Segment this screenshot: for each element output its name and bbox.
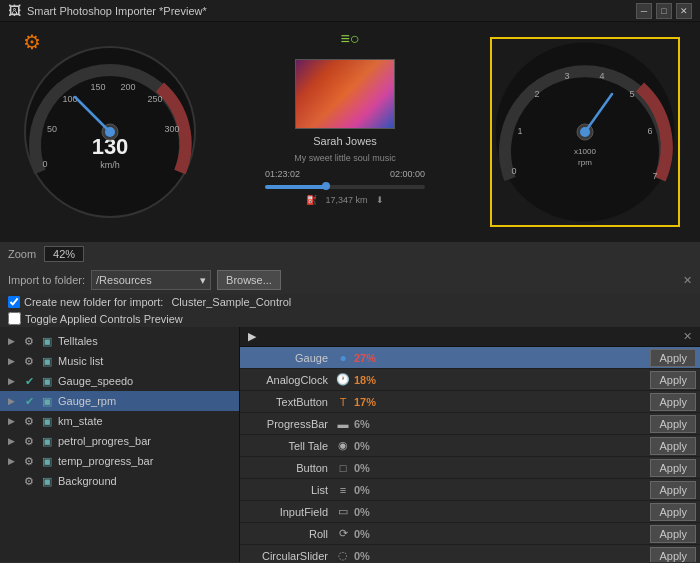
prop-percent: 0% [352,484,650,496]
time-current: 01:23:02 [265,169,300,179]
tree-item-label: petrol_progres_bar [58,435,151,447]
tree-item-petrol[interactable]: ▶ ⚙ ▣ petrol_progres_bar [0,431,239,451]
tree-item-km-state[interactable]: ▶ ⚙ ▣ km_state [0,411,239,431]
prop-row-circularslider[interactable]: CircularSlider ◌ 0% Apply [240,545,700,562]
browse-button[interactable]: Browse... [217,270,281,290]
button-icon: □ [334,459,352,477]
gear-icon: ⚙ [22,434,36,448]
prop-percent: 6% [352,418,650,430]
apply-button-list[interactable]: Apply [650,481,696,499]
apply-button-inputfield[interactable]: Apply [650,503,696,521]
props-expand-icon: ▶ [248,330,256,343]
speedometer: 0 50 100 150 200 250 300 130 km/h [20,42,200,222]
create-folder-label: Create new folder for import: [24,296,163,308]
title-bar-left: 🖼 Smart Photoshop Importer *Preview* [8,3,207,18]
svg-text:5: 5 [629,89,634,99]
create-folder-value: Cluster_Sample_Control [171,296,291,308]
prop-row-list[interactable]: List ≡ 0% Apply [240,479,700,501]
tree-arrow: ▶ [8,456,18,466]
window-title: Smart Photoshop Importer *Preview* [27,5,207,17]
prop-name: AnalogClock [244,374,334,386]
layers-icon: ▣ [40,394,54,408]
prop-name: InputField [244,506,334,518]
tree-item-telltales[interactable]: ▶ ⚙ ▣ Telltales [0,331,239,351]
svg-text:200: 200 [120,82,135,92]
toggle-preview-row[interactable]: Toggle Applied Controls Preview [0,310,700,327]
svg-text:150: 150 [90,82,105,92]
prop-row-gauge[interactable]: Gauge ● 27% Apply [240,347,700,369]
tree-item-gauge-rpm[interactable]: ▶ ✔ ▣ Gauge_rpm [0,391,239,411]
minimize-button[interactable]: ─ [636,3,652,19]
textbutton-icon: T [334,393,352,411]
apply-button-textbutton[interactable]: Apply [650,393,696,411]
roll-icon: ⟳ [334,525,352,543]
props-header: ▶ ✕ [240,327,700,347]
expand-icon: ✕ [683,274,692,287]
prop-row-telltale[interactable]: Tell Tale ◉ 0% Apply [240,435,700,457]
prop-percent: 18% [352,374,650,386]
prop-name: Tell Tale [244,440,334,452]
prop-row-textbutton[interactable]: TextButton T 17% Apply [240,391,700,413]
svg-text:0: 0 [511,166,516,176]
title-bar: 🖼 Smart Photoshop Importer *Preview* ─ □… [0,0,700,22]
prop-name: Gauge [244,352,334,364]
list-icon: ≡ [334,481,352,499]
svg-text:km/h: km/h [100,160,120,170]
prop-name: TextButton [244,396,334,408]
prop-percent: 0% [352,506,650,518]
tree-arrow: ▶ [8,376,18,386]
zoom-label: Zoom [8,248,36,260]
svg-text:6: 6 [647,126,652,136]
svg-point-26 [580,127,590,137]
create-folder-checkbox[interactable] [8,296,20,308]
prop-percent: 0% [352,462,650,474]
apply-button-progressbar[interactable]: Apply [650,415,696,433]
svg-text:0: 0 [42,159,47,169]
zoom-value[interactable]: 42% [44,246,84,262]
main-content: ▶ ⚙ ▣ Telltales ▶ ⚙ ▣ Music list ▶ ✔ ▣ G… [0,327,700,562]
folder-dropdown[interactable]: /Resources ▾ [91,270,211,290]
props-panel: ▶ ✕ Gauge ● 27% Apply AnalogClock 🕐 18% … [240,327,700,562]
prop-row-roll[interactable]: Roll ⟳ 0% Apply [240,523,700,545]
prop-row-button[interactable]: Button □ 0% Apply [240,457,700,479]
dropdown-arrow-icon: ▾ [200,274,206,287]
props-close-button[interactable]: ✕ [683,330,692,343]
apply-button-telltale[interactable]: Apply [650,437,696,455]
prop-row-inputfield[interactable]: InputField ▭ 0% Apply [240,501,700,523]
close-button[interactable]: ✕ [676,3,692,19]
svg-point-12 [105,127,115,137]
tree-item-background[interactable]: ▶ ⚙ ▣ Background [0,471,239,491]
apply-button-circularslider[interactable]: Apply [650,547,696,563]
tree-item-musiclist[interactable]: ▶ ⚙ ▣ Music list [0,351,239,371]
prop-name: Roll [244,528,334,540]
tree-arrow: ▶ [8,436,18,446]
tree-item-temp[interactable]: ▶ ⚙ ▣ temp_progress_bar [0,451,239,471]
prop-percent: 17% [352,396,650,408]
gear-icon: ⚙ [22,454,36,468]
toggle-preview-checkbox[interactable] [8,312,21,325]
layers-icon: ▣ [40,474,54,488]
tree-item-gauge-speedo[interactable]: ▶ ✔ ▣ Gauge_speedo [0,371,239,391]
apply-button-gauge[interactable]: Apply [650,349,696,367]
maximize-button[interactable]: □ [656,3,672,19]
check-icon: ✔ [22,394,36,408]
tree-item-label: Background [58,475,117,487]
prop-row-progressbar[interactable]: ProgressBar ▬ 6% Apply [240,413,700,435]
tree-item-label: Gauge_speedo [58,375,133,387]
prop-row-analogclock[interactable]: AnalogClock 🕐 18% Apply [240,369,700,391]
time-total: 02:00:00 [390,169,425,179]
svg-text:50: 50 [47,124,57,134]
import-row: Import to folder: /Resources ▾ Browse...… [0,266,700,294]
prop-percent: 0% [352,550,650,562]
tree-arrow: ▶ [8,396,18,406]
progress-bar[interactable] [265,185,425,189]
apply-button-roll[interactable]: Apply [650,525,696,543]
apply-button-button[interactable]: Apply [650,459,696,477]
title-controls[interactable]: ─ □ ✕ [636,3,692,19]
svg-text:3: 3 [564,71,569,81]
tree-panel: ▶ ⚙ ▣ Telltales ▶ ⚙ ▣ Music list ▶ ✔ ▣ G… [0,327,240,562]
prop-name: CircularSlider [244,550,334,562]
prop-name: List [244,484,334,496]
props-table: Gauge ● 27% Apply AnalogClock 🕐 18% Appl… [240,347,700,562]
apply-button-analogclock[interactable]: Apply [650,371,696,389]
